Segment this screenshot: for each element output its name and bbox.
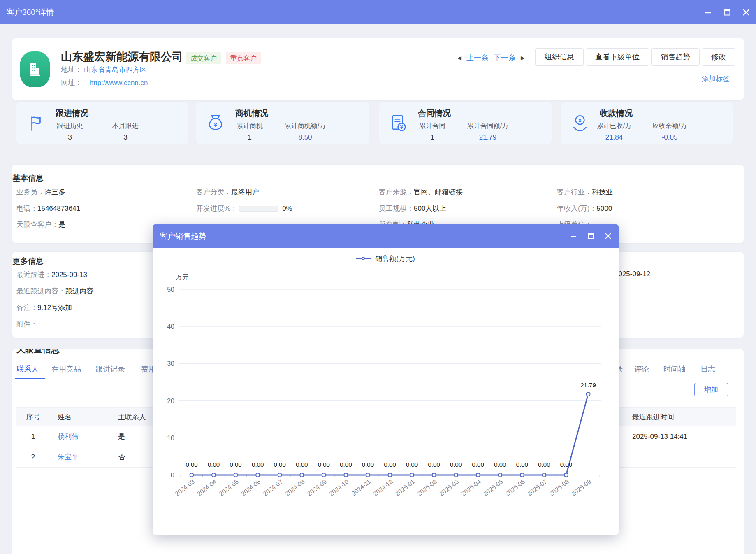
- last-follow-content-value: 跟进内容: [65, 286, 93, 296]
- progress-label: 开发进度%：: [196, 204, 237, 213]
- chart-point: [410, 473, 414, 477]
- key-customer-badge: 重点客户: [226, 52, 261, 64]
- x-tick-label: 2024-10: [328, 478, 350, 497]
- stat-title: 合同情况: [418, 108, 451, 119]
- progress-bar: [239, 206, 278, 212]
- add-contact-button[interactable]: 增加: [694, 383, 728, 396]
- address-link[interactable]: 山东省青岛市四方区: [84, 66, 147, 74]
- staff-label: 员工规模：: [379, 204, 414, 213]
- last-follow-content-label: 最近跟进内容：: [16, 286, 65, 296]
- modal-maximize-icon[interactable]: [587, 232, 596, 241]
- chart-point: [564, 473, 568, 477]
- chart-point: [234, 473, 238, 477]
- company-avatar: [20, 51, 50, 87]
- x-tick-label: 2024-03: [174, 478, 196, 497]
- modal-close-icon[interactable]: [604, 232, 613, 241]
- category-label: 客户分类：: [196, 187, 231, 197]
- stat-title: 商机情况: [235, 108, 268, 119]
- phone-value: 15464873641: [37, 205, 80, 213]
- close-icon[interactable]: [741, 7, 751, 17]
- next-record-link[interactable]: 下一条: [494, 53, 516, 63]
- salesman-value: 许三多: [44, 187, 65, 197]
- y-tick-label: 50: [167, 286, 174, 293]
- tab-contacts[interactable]: 联系人: [16, 364, 39, 374]
- opportunity-stat-card: ¥ 商机情况 累计商机 1 累计商机额/万 8.50: [196, 102, 369, 144]
- x-tick-label: 2025-08: [548, 478, 570, 497]
- stat-metric: 累计合同额/万 21.79: [457, 122, 519, 142]
- address-row: 地址： 山东省青岛市四方区: [61, 65, 147, 74]
- prev-record-link[interactable]: 上一条: [466, 53, 489, 63]
- point-label: 0.00: [274, 461, 286, 468]
- chart-legend[interactable]: 销售额(万元): [153, 254, 619, 263]
- modal-title: 客户销售趋势: [160, 231, 206, 242]
- y-tick-label: 10: [167, 435, 174, 442]
- tab-competitors[interactable]: 在用竞品: [51, 364, 81, 374]
- point-label: 0.00: [472, 461, 484, 468]
- x-tick-label: 2025-01: [394, 478, 416, 497]
- stat-metric: 应收余额/万 -0.05: [639, 122, 700, 142]
- basic-info-title: 基本信息: [12, 173, 44, 184]
- active-tab-indicator: [15, 378, 45, 379]
- tianyancha-section-heading: 天眼查信息: [16, 349, 115, 355]
- followup-stat-card: 跟进情况 跟进历史 3 本月跟进 3: [16, 102, 188, 144]
- x-tick-label: 2025-09: [570, 478, 592, 497]
- address-label: 地址：: [61, 66, 82, 74]
- website-link[interactable]: http://www.ccnn.cn: [90, 79, 148, 87]
- org-info-button[interactable]: 组织信息: [535, 48, 584, 66]
- view-subunits-button[interactable]: 查看下级单位: [586, 48, 649, 66]
- y-tick-label: 30: [167, 360, 174, 367]
- chart-point: [366, 473, 370, 477]
- chart-point: [278, 473, 282, 477]
- more-info-title: 更多信息: [12, 256, 44, 267]
- svg-text:¥: ¥: [214, 122, 217, 128]
- point-label: 0.00: [208, 461, 220, 468]
- income-label: 年收入(万)：: [557, 204, 596, 213]
- chart-point: [300, 473, 304, 477]
- last-follow-value: 2025-09-13: [51, 271, 87, 279]
- industry-value: 科技业: [592, 187, 613, 197]
- chart-point: [454, 473, 458, 477]
- y-axis-name: 万元: [176, 274, 189, 281]
- minimize-icon[interactable]: [703, 7, 713, 17]
- sales-trend-modal: 客户销售趋势 销售额(万元) 万元010203040502024-030.002…: [153, 224, 619, 535]
- point-label: 0.00: [252, 461, 264, 468]
- website-label: 网址：: [61, 79, 82, 87]
- x-tick-label: 2025-06: [504, 478, 526, 497]
- modal-minimize-icon[interactable]: [569, 232, 578, 241]
- tab-follow-records[interactable]: 跟进记录: [95, 364, 125, 374]
- tianyancha-label: 天眼查客户：: [16, 220, 58, 229]
- add-tag-link[interactable]: 添加标签: [702, 74, 730, 84]
- chart-point: [587, 392, 590, 396]
- prev-arrow-icon[interactable]: ◀: [457, 55, 461, 61]
- point-label: 0.00: [450, 461, 462, 468]
- stat-metric: 累计商机额/万 8.50: [274, 122, 336, 142]
- point-label: 0.00: [296, 461, 308, 468]
- point-label: 0.00: [428, 461, 440, 468]
- maximize-icon[interactable]: [722, 7, 732, 17]
- stat-metric: 本月跟进 3: [95, 122, 156, 142]
- edit-button[interactable]: 修改: [702, 48, 735, 66]
- x-tick-label: 2024-04: [196, 478, 218, 497]
- contract-stat-card: ¥ 合同情况 累计合同 1 累计合同额/万 21.79: [379, 102, 552, 144]
- staff-value: 500人以上: [414, 204, 446, 213]
- tab-timeline[interactable]: 时间轴: [663, 364, 686, 374]
- x-tick-label: 2024-12: [372, 478, 394, 497]
- next-arrow-icon[interactable]: ▶: [521, 55, 525, 61]
- sales-trend-button[interactable]: 销售趋势: [651, 48, 700, 66]
- company-name: 山东盛宏新能源有限公司: [61, 49, 183, 64]
- tab-logs[interactable]: 日志: [700, 364, 715, 374]
- remark-label: 备注：: [16, 303, 37, 312]
- y-tick-label: 0: [171, 472, 174, 479]
- modal-titlebar[interactable]: 客户销售趋势: [153, 224, 619, 248]
- stat-title: 收款情况: [600, 108, 633, 119]
- x-tick-label: 2025-05: [482, 478, 504, 497]
- header-index: 序号: [16, 408, 50, 426]
- tab-comments[interactable]: 评论: [634, 364, 649, 374]
- chart-point: [190, 473, 194, 477]
- contact-name-link[interactable]: 杨利伟: [58, 432, 79, 441]
- stat-metric: 累计已收/万 21.84: [583, 122, 645, 142]
- income-value: 5000: [596, 205, 612, 213]
- contact-name-link[interactable]: 朱宝平: [58, 452, 79, 462]
- header-last-follow: 最近跟进时间: [621, 408, 736, 426]
- deal-customer-badge: 成交客户: [186, 52, 221, 64]
